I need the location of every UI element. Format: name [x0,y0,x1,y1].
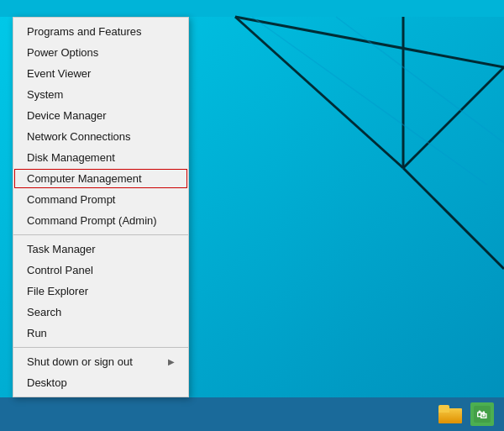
menu-item-computer-management[interactable]: Computer Management [13,168,188,189]
file-explorer-taskbar-button[interactable] [435,399,465,429]
menu-item-label-control-panel: Control Panel [27,264,93,276]
menu-item-device-manager[interactable]: Device Manager [13,105,188,126]
menu-item-label-desktop: Desktop [27,376,67,389]
menu-item-network-connections[interactable]: Network Connections [13,126,188,147]
menu-item-search[interactable]: Search [13,302,188,323]
taskbar: 🛍 [0,397,504,431]
menu-item-label-event-viewer: Event Viewer [27,67,91,80]
menu-item-label-disk-management: Disk Management [27,151,115,164]
submenu-arrow-icon: ▶ [168,357,175,366]
menu-item-label-task-manager: Task Manager [27,243,96,255]
menu-item-label-command-prompt: Command Prompt [27,193,115,206]
menu-item-command-prompt-admin[interactable]: Command Prompt (Admin) [13,210,188,231]
menu-item-label-search: Search [27,306,61,318]
menu-item-label-run: Run [27,327,47,339]
menu-item-label-shut-down: Shut down or sign out [27,355,133,368]
taskbar-icons: 🛍 [435,399,497,429]
menu-item-command-prompt[interactable]: Command Prompt [13,189,188,210]
menu-separator [13,234,188,235]
menu-item-event-viewer[interactable]: Event Viewer [13,63,188,84]
menu-item-control-panel[interactable]: Control Panel [13,260,188,281]
menu-item-label-system: System [27,88,63,101]
menu-item-programs-features[interactable]: Programs and Features [13,21,188,42]
menu-item-run[interactable]: Run [13,323,188,344]
menu-item-power-options[interactable]: Power Options [13,42,188,63]
desktop: Programs and FeaturesPower OptionsEvent … [0,0,504,431]
menu-separator [13,347,188,348]
store-icon: 🛍 [470,402,494,426]
menu-item-label-device-manager: Device Manager [27,109,107,122]
menu-item-desktop[interactable]: Desktop [13,372,188,393]
context-menu: Programs and FeaturesPower OptionsEvent … [13,17,189,397]
menu-item-task-manager[interactable]: Task Manager [13,239,188,260]
menu-item-system[interactable]: System [13,84,188,105]
menu-item-label-file-explorer: File Explorer [27,285,88,297]
menu-item-label-command-prompt-admin: Command Prompt (Admin) [27,214,157,227]
menu-item-file-explorer[interactable]: File Explorer [13,281,188,302]
menu-item-shut-down[interactable]: Shut down or sign out▶ [13,351,188,372]
menu-item-label-network-connections: Network Connections [27,130,131,143]
windows-store-taskbar-button[interactable]: 🛍 [467,399,497,429]
menu-item-label-power-options: Power Options [27,46,98,59]
menu-item-label-computer-management: Computer Management [27,172,142,185]
menu-item-label-programs-features: Programs and Features [27,25,142,38]
svg-text:🛍: 🛍 [476,408,487,421]
menu-item-disk-management[interactable]: Disk Management [13,147,188,168]
